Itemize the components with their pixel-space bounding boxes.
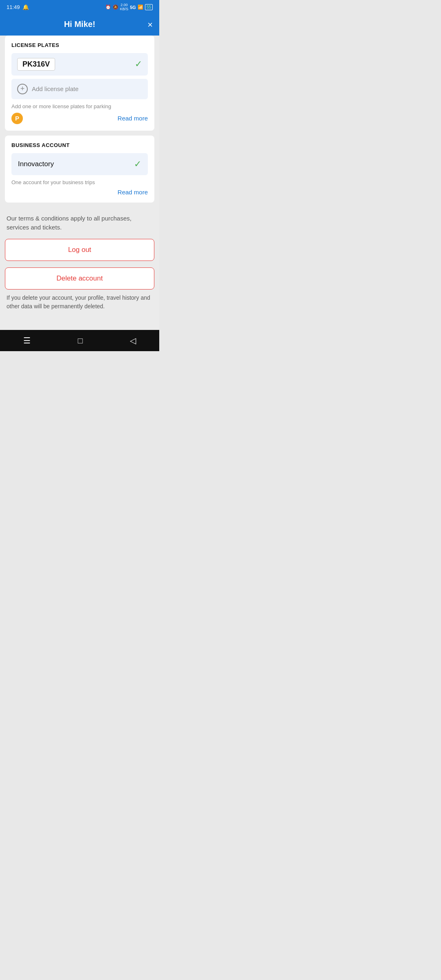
license-plates-card: LICENSE PLATES PK316V ✓ + Add license pl…	[5, 36, 154, 131]
plates-info-text: Add one or more license plates for parki…	[11, 103, 148, 109]
business-read-more-row: Read more	[11, 189, 148, 196]
license-plates-title: LICENSE PLATES	[11, 42, 148, 48]
delete-warning-text: If you delete your account, your profile…	[0, 290, 159, 311]
plates-info-row: P Read more	[11, 113, 148, 124]
status-left: 11:49 🔔	[7, 4, 29, 10]
header: Hi Mike! ×	[0, 15, 159, 36]
business-check-icon: ✓	[134, 159, 141, 169]
add-plate-button[interactable]: + Add license plate	[11, 79, 148, 99]
status-bar: 11:49 🔔 ⏰ 🔕 2.00 KB/S 5G 📶 55	[0, 0, 159, 15]
network-speed: 2.00 KB/S	[120, 3, 129, 11]
business-account-row[interactable]: Innovactory ✓	[11, 153, 148, 175]
business-read-more[interactable]: Read more	[118, 189, 148, 196]
page-title: Hi Mike!	[64, 20, 96, 29]
add-plate-icon: +	[17, 84, 28, 94]
existing-plate-row[interactable]: PK316V ✓	[11, 53, 148, 76]
status-right: ⏰ 🔕 2.00 KB/S 5G 📶 55	[105, 3, 153, 11]
bottom-nav: ☰ □ ◁	[0, 330, 159, 351]
main-content: LICENSE PLATES PK316V ✓ + Add license pl…	[0, 36, 159, 330]
logout-button[interactable]: Log out	[5, 239, 154, 261]
time: 11:49	[7, 4, 20, 10]
battery-level: 55	[145, 4, 153, 10]
signal-icon: 📶	[138, 4, 143, 10]
terms-text: Our terms & conditions apply to all purc…	[0, 207, 159, 232]
business-info-text: One account for your business trips	[11, 179, 148, 185]
network-type: 5G	[130, 5, 136, 10]
nav-home-icon[interactable]: □	[78, 336, 82, 345]
mute-icon: 🔕	[113, 4, 118, 10]
alarm-icon: ⏰	[105, 4, 111, 10]
nav-back-icon[interactable]: ◁	[130, 336, 136, 345]
notification-icon: 🔔	[22, 4, 29, 10]
business-account-title: BUSINESS ACCOUNT	[11, 142, 148, 148]
business-account-name: Innovactory	[18, 160, 54, 168]
plate-check-icon: ✓	[135, 59, 142, 69]
add-plate-label: Add license plate	[32, 85, 78, 92]
nav-menu-icon[interactable]: ☰	[23, 336, 31, 345]
license-plates-read-more[interactable]: Read more	[118, 115, 148, 122]
business-account-card: BUSINESS ACCOUNT Innovactory ✓ One accou…	[5, 136, 154, 203]
parking-badge: P	[11, 113, 23, 124]
close-button[interactable]: ×	[147, 20, 153, 30]
delete-account-button[interactable]: Delete account	[5, 267, 154, 290]
plate-number: PK316V	[17, 58, 55, 71]
